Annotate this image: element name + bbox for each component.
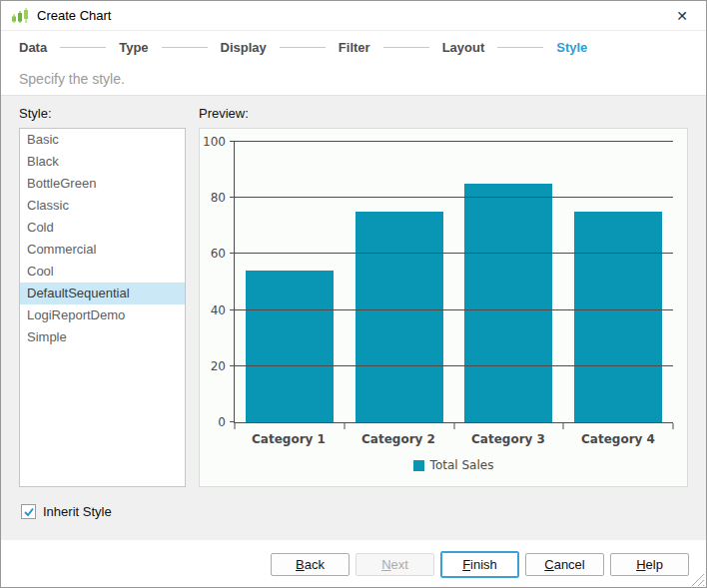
preview-label: Preview: (199, 106, 688, 121)
resize-grip[interactable] (690, 572, 704, 586)
y-tick (230, 365, 235, 366)
style-item-logireportdemo[interactable]: LogiReportDemo (20, 304, 185, 326)
window-title: Create Chart (37, 8, 111, 23)
bar-category-3 (464, 184, 552, 422)
x-axis-label: Category 3 (453, 432, 563, 446)
y-axis-label: 40 (211, 303, 226, 317)
style-item-defaultsequential[interactable]: DefaultSequential (20, 283, 185, 304)
y-tick (230, 421, 235, 422)
bar-slot (454, 142, 564, 422)
bar-category-1 (246, 271, 334, 422)
inherit-style-row: Inherit Style (21, 504, 688, 519)
x-tick (453, 423, 454, 429)
checkmark-icon (23, 506, 35, 518)
step-style[interactable]: Style (556, 40, 587, 55)
x-tick (563, 423, 564, 429)
chart-bars (235, 142, 673, 422)
wizard-steps: Data Type Display Filter Layout Style (1, 31, 706, 64)
y-axis-label: 60 (211, 247, 226, 261)
y-axis-label: 100 (203, 135, 226, 149)
legend-series-name: Total Sales (430, 458, 494, 472)
step-separator (60, 47, 106, 48)
chart-app-icon (11, 7, 29, 25)
cancel-button[interactable]: Cancel (525, 553, 604, 576)
back-button[interactable]: Back (271, 553, 350, 576)
gridline (235, 365, 673, 366)
step-separator (497, 47, 543, 48)
style-item-cold[interactable]: Cold (20, 217, 185, 239)
chart-xlabels: Category 1Category 2Category 3Category 4 (234, 432, 673, 446)
style-listbox[interactable]: Basic Black BottleGreen Classic Cold Com… (19, 128, 186, 487)
bar-category-4 (574, 212, 662, 422)
finish-button[interactable]: Finish (440, 551, 519, 578)
next-button: Next (355, 553, 434, 576)
style-item-bottlegreen[interactable]: BottleGreen (20, 173, 185, 195)
footer: Back Next Finish Cancel Help (1, 540, 706, 588)
help-button[interactable]: Help (610, 553, 689, 576)
legend-swatch (413, 460, 424, 471)
x-axis-label: Category 4 (563, 432, 673, 446)
step-filter[interactable]: Filter (339, 40, 370, 55)
bar-category-2 (355, 212, 443, 422)
style-item-black[interactable]: Black (20, 151, 185, 173)
y-tick (230, 141, 235, 142)
y-tick (230, 197, 235, 198)
style-item-simple[interactable]: Simple (20, 326, 185, 348)
x-axis-label: Category 1 (234, 432, 344, 446)
x-tick (235, 423, 236, 429)
create-chart-dialog: Create Chart ✕ Data Type Display Filter … (0, 0, 707, 588)
style-item-commercial[interactable]: Commercial (20, 239, 185, 261)
step-separator (162, 47, 208, 48)
style-item-cool[interactable]: Cool (20, 261, 185, 283)
step-layout[interactable]: Layout (442, 40, 485, 55)
style-item-basic[interactable]: Basic (20, 129, 185, 151)
y-axis-label: 80 (211, 191, 226, 205)
close-icon[interactable]: ✕ (668, 2, 696, 30)
inherit-style-label: Inherit Style (43, 504, 112, 519)
style-list-label: Style: (19, 106, 186, 121)
content-area: Style: Basic Black BottleGreen Classic C… (1, 96, 706, 540)
step-type[interactable]: Type (119, 40, 148, 55)
bar-slot (563, 142, 673, 422)
x-axis-label: Category 2 (344, 432, 453, 446)
bar-slot (345, 142, 454, 422)
x-tick (673, 423, 674, 429)
chart-legend: Total Sales (234, 458, 673, 472)
gridline (235, 141, 673, 142)
step-separator (383, 47, 429, 48)
x-tick (344, 423, 345, 429)
gridline (235, 309, 673, 310)
step-data[interactable]: Data (19, 40, 47, 55)
step-separator (280, 47, 326, 48)
inherit-style-checkbox[interactable] (21, 504, 36, 519)
chart-preview: 020406080100 Category 1Category 2Categor… (199, 128, 688, 487)
y-axis-label: 0 (218, 415, 226, 429)
style-item-classic[interactable]: Classic (20, 195, 185, 217)
bar-slot (235, 142, 345, 422)
gridline (235, 197, 673, 198)
gridline (235, 253, 673, 254)
title-bar: Create Chart ✕ (1, 1, 706, 31)
y-tick (230, 309, 235, 310)
wizard-subtitle: Specify the style. (1, 64, 706, 96)
y-axis-label: 20 (211, 359, 226, 373)
y-tick (230, 253, 235, 254)
step-display[interactable]: Display (221, 40, 267, 55)
chart-plot: 020406080100 (234, 142, 673, 423)
